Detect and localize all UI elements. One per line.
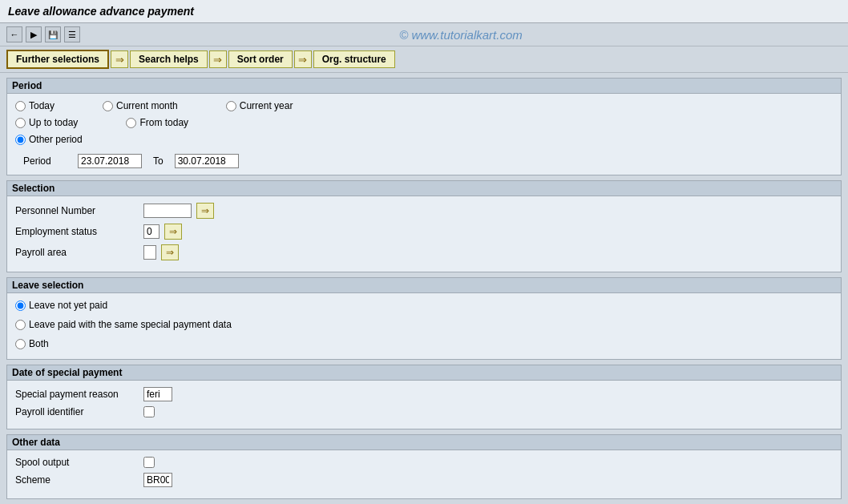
period-from-today-label: From today xyxy=(139,117,188,128)
leave-selection-section-body: Leave not yet paid Leave paid with the s… xyxy=(7,293,841,359)
sort-order-button[interactable]: Sort order xyxy=(228,50,293,68)
date-special-payment-section: Date of special payment Special payment … xyxy=(6,365,842,429)
special-payment-reason-row: Special payment reason xyxy=(15,387,833,401)
employment-status-label: Employment status xyxy=(15,226,143,237)
period-section: Period Today Current month Current year xyxy=(6,78,842,175)
period-today-radio[interactable] xyxy=(15,101,26,111)
period-section-body: Today Current month Current year Up to t… xyxy=(7,94,841,175)
period-current-year-label: Current year xyxy=(240,100,293,111)
personnel-number-input[interactable] xyxy=(143,204,192,218)
period-current-month-label: Current month xyxy=(116,100,178,111)
nav-bar: Further selections Search helps Sort ord… xyxy=(0,46,848,73)
further-selections-button[interactable]: Further selections xyxy=(6,50,109,69)
period-from-today-radio[interactable] xyxy=(126,118,136,128)
payroll-area-row: Payroll area xyxy=(15,244,833,260)
period-from-input[interactable] xyxy=(78,154,142,168)
payroll-identifier-checkbox[interactable] xyxy=(143,406,155,417)
page-title: Leave allowance advance payment xyxy=(8,5,840,18)
period-from-today-row: From today xyxy=(126,117,188,128)
leave-selection-section-header: Leave selection xyxy=(7,278,841,293)
employment-status-arrow-btn[interactable] xyxy=(164,224,182,240)
payroll-area-arrow-btn[interactable] xyxy=(161,244,179,260)
date-special-payment-body: Special payment reason Payroll identifie… xyxy=(7,381,841,429)
toolbar: ← ▶ 💾 ☰ © www.tutorialkart.com xyxy=(0,23,848,46)
forward-icon[interactable]: ▶ xyxy=(26,26,42,42)
leave-not-paid-label: Leave not yet paid xyxy=(29,300,107,311)
selection-section-body: Personnel Number Employment status Payro… xyxy=(7,196,841,272)
nav-arrow-2 xyxy=(209,50,227,68)
leave-both-row: Both xyxy=(15,338,833,349)
period-to-label: To xyxy=(153,155,164,167)
payroll-area-label: Payroll area xyxy=(15,247,143,258)
period-other-period-row: Other period xyxy=(15,134,83,145)
date-special-payment-header: Date of special payment xyxy=(7,365,841,381)
selection-section-header: Selection xyxy=(7,181,841,196)
leave-not-paid-radio[interactable] xyxy=(15,300,26,311)
other-data-section: Other data Spool output Scheme xyxy=(6,434,842,499)
payroll-area-input[interactable] xyxy=(143,245,156,260)
period-to-input[interactable] xyxy=(175,154,239,168)
period-current-month-row: Current month xyxy=(103,100,178,111)
watermark: © www.tutorialkart.com xyxy=(80,28,842,42)
leave-both-radio[interactable] xyxy=(15,339,26,349)
period-today-label: Today xyxy=(29,100,55,111)
selection-section: Selection Personnel Number Employment st… xyxy=(6,180,842,272)
personnel-number-row: Personnel Number xyxy=(15,203,833,219)
title-bar: Leave allowance advance payment xyxy=(0,0,848,23)
scheme-label: Scheme xyxy=(15,474,143,486)
period-up-to-today-radio[interactable] xyxy=(15,118,26,128)
nav-arrow-1 xyxy=(111,50,128,68)
back-icon[interactable]: ← xyxy=(6,26,22,42)
main-content: Period Today Current month Current year xyxy=(0,73,848,504)
period-other-period-radio[interactable] xyxy=(15,135,26,145)
period-up-to-today-label: Up to today xyxy=(29,117,78,128)
spool-output-checkbox[interactable] xyxy=(143,457,155,468)
period-section-header: Period xyxy=(7,79,841,94)
scheme-input[interactable] xyxy=(143,473,172,487)
leave-selection-section: Leave selection Leave not yet paid Leave… xyxy=(6,277,842,360)
menu-icon[interactable]: ☰ xyxy=(64,26,80,42)
leave-paid-same-label: Leave paid with the same special payment… xyxy=(29,319,232,330)
special-payment-reason-input[interactable] xyxy=(143,387,172,401)
leave-paid-same-row: Leave paid with the same special payment… xyxy=(15,319,833,330)
payroll-identifier-label: Payroll identifier xyxy=(15,406,143,417)
payroll-identifier-row: Payroll identifier xyxy=(15,406,833,417)
employment-status-input[interactable] xyxy=(143,224,160,239)
period-today-row: Today xyxy=(15,100,55,111)
period-current-year-row: Current year xyxy=(226,100,293,111)
leave-radio-options: Leave not yet paid Leave paid with the s… xyxy=(15,300,833,353)
other-data-header: Other data xyxy=(7,435,841,450)
nav-arrow-3 xyxy=(294,50,312,68)
period-date-label: Period xyxy=(23,155,71,167)
period-other-period-label: Other period xyxy=(29,134,83,145)
period-current-year-radio[interactable] xyxy=(226,101,236,111)
period-up-to-today-row: Up to today xyxy=(15,117,78,128)
period-date-row: Period To xyxy=(23,154,833,168)
employment-status-row: Employment status xyxy=(15,224,833,240)
personnel-number-label: Personnel Number xyxy=(15,205,143,216)
org-structure-button[interactable]: Org. structure xyxy=(313,50,395,68)
toolbar-icons: ← ▶ 💾 ☰ xyxy=(6,26,80,42)
leave-both-label: Both xyxy=(29,338,49,349)
save-icon[interactable]: 💾 xyxy=(45,26,61,42)
scheme-row: Scheme xyxy=(15,473,833,487)
spool-output-row: Spool output xyxy=(15,457,833,468)
personnel-number-arrow-btn[interactable] xyxy=(196,203,214,219)
leave-paid-same-radio[interactable] xyxy=(15,320,26,330)
special-payment-reason-label: Special payment reason xyxy=(15,389,143,400)
period-current-month-radio[interactable] xyxy=(103,101,113,111)
spool-output-label: Spool output xyxy=(15,457,143,468)
other-data-body: Spool output Scheme xyxy=(7,450,841,498)
search-helps-button[interactable]: Search helps xyxy=(130,50,208,68)
leave-not-paid-row: Leave not yet paid xyxy=(15,300,833,311)
